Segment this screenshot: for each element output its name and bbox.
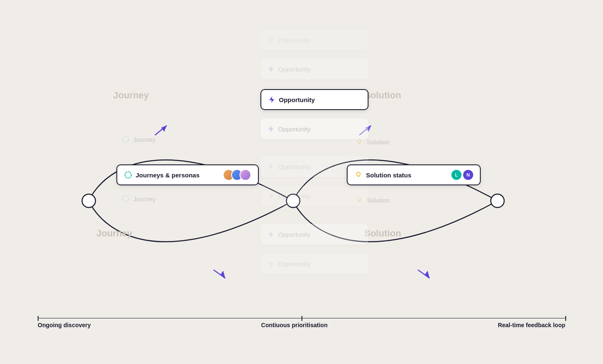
opportunity-card-bot2[interactable]: Opportunity: [260, 253, 368, 274]
journey-label-ghost-top: Journey: [133, 136, 155, 143]
svg-point-12: [358, 197, 361, 201]
solution-label-ghost-top: Solution: [367, 138, 389, 146]
journey-label-ghost-bot1: Journey: [133, 195, 155, 203]
opp-label-c1: Opportunity: [278, 163, 311, 170]
opp-label-sub1: Opportunity: [278, 126, 311, 133]
solution-label-ghost-bot1: Solution: [367, 197, 389, 204]
opportunity-card-far-top[interactable]: Opportunity: [260, 29, 368, 50]
opportunity-card-bot1[interactable]: Opportunity: [260, 224, 368, 245]
opp-label-far-top: Opportunity: [278, 36, 311, 44]
ghost-solution-bottom: Solution: [364, 228, 401, 239]
ghost-journey-top: Journey: [113, 90, 149, 101]
journey-card-ghost-bot1: Journey: [121, 195, 155, 203]
tick-start: [38, 316, 39, 321]
svg-marker-3: [161, 126, 167, 132]
opp-label-active: Opportunity: [279, 96, 315, 103]
journey-card-ghost-top: Journey: [121, 135, 155, 144]
svg-point-2: [491, 194, 504, 208]
solution-label-active: Solution status: [366, 172, 411, 179]
opportunity-card-sub1[interactable]: Opportunity: [260, 118, 368, 139]
svg-point-10: [358, 139, 361, 143]
journey-label-active: Journeys & personas: [136, 172, 200, 179]
badge-n: N: [463, 170, 473, 180]
opp-label-bot1: Opportunity: [278, 231, 311, 238]
solution-badges: L N: [450, 170, 473, 180]
ghost-journey-bottom: Journey: [96, 228, 132, 239]
diagram-canvas: Journey Journey Solution Solution Opport…: [13, 10, 590, 354]
opportunity-card-active[interactable]: Opportunity: [260, 89, 368, 110]
timeline-labels: Ongoing discovery Contiuous prioritisati…: [38, 322, 565, 328]
timeline-label-2: Contiuous prioritisation: [261, 322, 328, 328]
svg-point-9: [123, 196, 129, 202]
avatar-3: [240, 169, 251, 181]
opportunity-card-top2[interactable]: Opportunity: [260, 59, 368, 79]
solution-card-ghost-bot1: Solution: [355, 196, 389, 204]
journey-avatars: [223, 169, 251, 181]
badge-l: L: [451, 170, 461, 180]
svg-point-0: [82, 194, 95, 208]
tick-end: [565, 316, 566, 321]
journey-card-active[interactable]: Journeys & personas: [116, 164, 259, 185]
ghost-solution-top: Solution: [364, 90, 401, 101]
opportunity-card-center2[interactable]: Opportunity: [260, 185, 368, 206]
svg-marker-4: [220, 271, 225, 278]
svg-point-7: [123, 136, 129, 143]
opp-label-top2: Opportunity: [278, 66, 311, 73]
svg-point-8: [125, 172, 131, 178]
solution-card-ghost-top: Solution: [355, 138, 389, 146]
timeline-line: [38, 318, 565, 319]
opp-label-bot2: Opportunity: [278, 260, 311, 267]
tick-center: [302, 316, 302, 321]
timeline: Ongoing discovery Contiuous prioritisati…: [38, 318, 565, 329]
timeline-label-3: Real-time feedback loop: [498, 322, 565, 328]
svg-marker-6: [425, 271, 430, 278]
opp-label-c2: Opportunity: [278, 192, 311, 200]
timeline-label-1: Ongoing discovery: [38, 322, 91, 328]
solution-card-active[interactable]: Solution status L N: [347, 164, 481, 185]
